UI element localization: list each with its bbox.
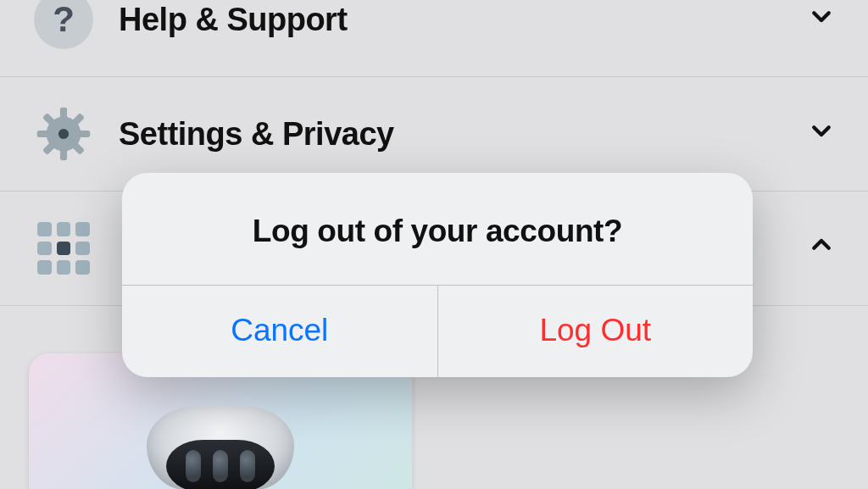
chevron-up-icon	[809, 232, 834, 264]
chevron-down-icon	[809, 3, 834, 36]
menu-item-label: Settings & Privacy	[119, 116, 809, 153]
logout-button[interactable]: Log Out	[437, 286, 754, 377]
cancel-button[interactable]: Cancel	[122, 286, 437, 377]
help-icon: ?	[34, 0, 93, 49]
logout-dialog: Log out of your account? Cancel Log Out	[122, 173, 753, 377]
svg-point-9	[58, 129, 69, 139]
svg-rect-1	[60, 108, 67, 119]
headset-illustration	[123, 397, 318, 489]
gear-icon	[35, 105, 92, 163]
svg-rect-4	[79, 131, 91, 137]
dialog-title: Log out of your account?	[122, 173, 753, 285]
svg-rect-2	[60, 149, 67, 161]
chevron-down-icon	[809, 118, 834, 150]
dialog-button-row: Cancel Log Out	[122, 285, 753, 377]
menu-item-label: Help & Support	[119, 2, 809, 38]
svg-rect-3	[37, 131, 49, 137]
grid-apps-icon	[37, 222, 90, 275]
menu-item-help[interactable]: ? Help & Support	[0, 0, 868, 77]
